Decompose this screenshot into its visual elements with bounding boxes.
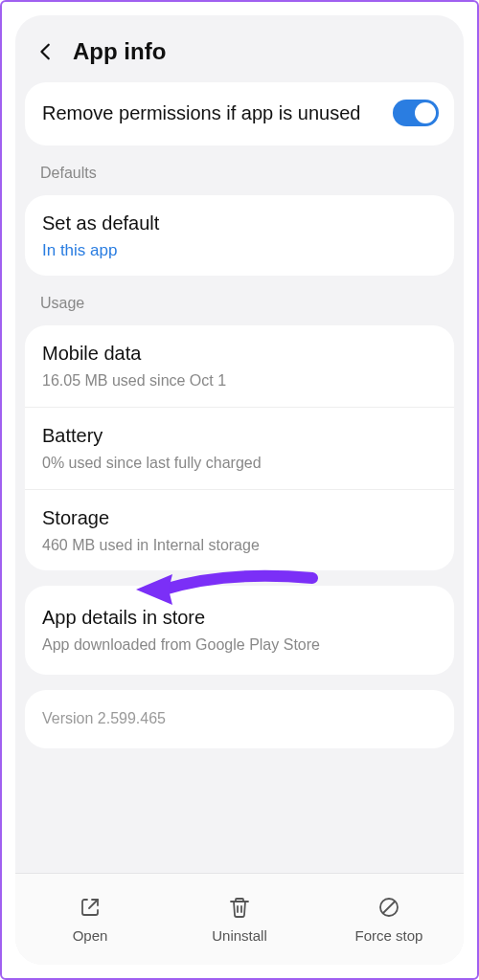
uninstall-button[interactable]: Uninstall bbox=[165, 874, 314, 965]
defaults-card: Set as default In this app bbox=[25, 195, 454, 276]
battery-row[interactable]: Battery 0% used since last fully charged bbox=[25, 407, 454, 489]
trash-icon bbox=[227, 895, 252, 920]
uninstall-label: Uninstall bbox=[212, 927, 267, 944]
store-title: App details in store bbox=[42, 605, 437, 630]
section-defaults-label: Defaults bbox=[15, 161, 464, 195]
back-icon[interactable] bbox=[33, 38, 59, 65]
usage-card: Mobile data 16.05 MB used since Oct 1 Ba… bbox=[25, 325, 454, 570]
mobile-data-row[interactable]: Mobile data 16.05 MB used since Oct 1 bbox=[25, 325, 454, 407]
store-card: App details in store App downloaded from… bbox=[25, 586, 454, 675]
storage-title: Storage bbox=[42, 505, 437, 530]
version-text: Version 2.599.465 bbox=[42, 709, 437, 729]
set-as-default-title: Set as default bbox=[42, 211, 437, 235]
battery-sub: 0% used since last fully charged bbox=[42, 454, 437, 474]
force-stop-label: Force stop bbox=[355, 927, 423, 944]
block-icon bbox=[376, 895, 401, 920]
remove-permissions-card: Remove permissions if app is unused bbox=[25, 82, 454, 145]
store-sub: App downloaded from Google Play Store bbox=[42, 635, 437, 656]
open-icon bbox=[78, 895, 103, 920]
remove-permissions-toggle[interactable] bbox=[393, 100, 439, 126]
bottom-bar: Open Uninstall bbox=[15, 873, 464, 965]
open-label: Open bbox=[73, 927, 108, 944]
mobile-data-title: Mobile data bbox=[42, 341, 437, 366]
storage-sub: 460 MB used in Internal storage bbox=[42, 536, 437, 556]
set-as-default-sub: In this app bbox=[42, 241, 437, 260]
set-as-default-row[interactable]: Set as default In this app bbox=[25, 195, 454, 276]
version-row: Version 2.599.465 bbox=[25, 690, 454, 748]
remove-permissions-row[interactable]: Remove permissions if app is unused bbox=[25, 82, 454, 145]
header: App info bbox=[15, 15, 464, 82]
open-button[interactable]: Open bbox=[15, 874, 165, 965]
version-card: Version 2.599.465 bbox=[25, 690, 454, 748]
app-details-store-row[interactable]: App details in store App downloaded from… bbox=[25, 586, 454, 675]
force-stop-button[interactable]: Force stop bbox=[314, 874, 464, 965]
page-title: App info bbox=[73, 38, 166, 65]
section-usage-label: Usage bbox=[15, 291, 464, 325]
mobile-data-sub: 16.05 MB used since Oct 1 bbox=[42, 371, 437, 391]
remove-permissions-label: Remove permissions if app is unused bbox=[42, 100, 393, 125]
svg-line-0 bbox=[89, 900, 98, 908]
battery-title: Battery bbox=[42, 423, 437, 448]
svg-line-4 bbox=[383, 902, 395, 913]
storage-row[interactable]: Storage 460 MB used in Internal storage bbox=[25, 489, 454, 571]
